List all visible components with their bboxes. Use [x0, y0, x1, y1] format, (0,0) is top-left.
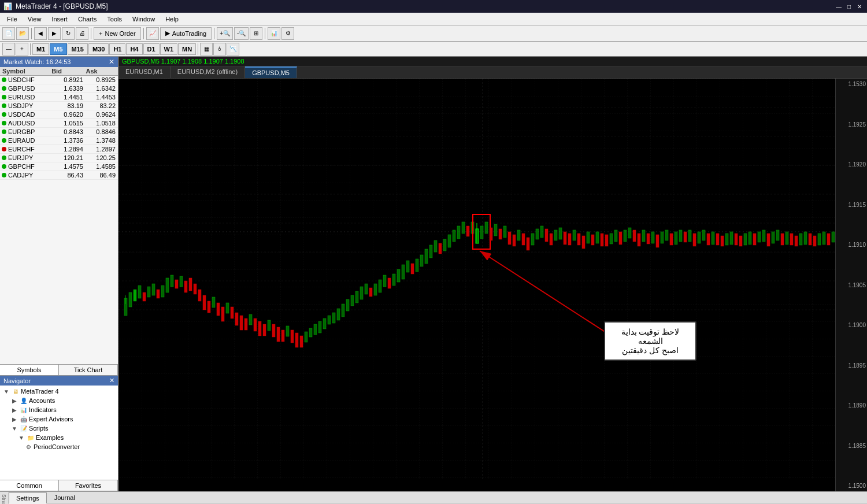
svg-rect-138 — [698, 232, 701, 243]
period-m30[interactable]: M30 — [88, 43, 109, 55]
bid-price: 120.21 — [53, 154, 86, 161]
nav-item-accounts[interactable]: ▶ 👤 Accounts — [1, 396, 117, 405]
open-btn[interactable]: 📂 — [16, 27, 29, 40]
zoom-fit-btn[interactable]: ⊞ — [250, 27, 262, 40]
navigator-tabs: Common Favorites — [0, 480, 118, 491]
list-item[interactable]: EURUSD 1.4451 1.4453 — [0, 93, 118, 102]
navigator-title: Navigator — [3, 377, 31, 384]
period-m1[interactable]: M1 — [32, 43, 49, 55]
navigator-close[interactable]: ✕ — [109, 377, 114, 384]
chart-main-area[interactable]: 1.1530 1.1925 1.1920 1.1915 1.1910 1.190… — [118, 79, 867, 491]
expand-icon: ▶ — [10, 415, 18, 423]
chart-type-line[interactable]: 📉 — [227, 43, 239, 55]
menu-charts[interactable]: Charts — [73, 14, 101, 24]
app-icon: 📊 — [3, 2, 12, 10]
list-item[interactable]: CADJPY 86.43 86.49 — [0, 171, 118, 180]
nav-item-examples[interactable]: ▼ 📁 Examples — [1, 433, 117, 442]
svg-rect-129 — [656, 235, 659, 247]
price-level: 1.1910 — [837, 242, 866, 248]
ea-icon: 🤖 — [20, 415, 28, 423]
annotation-line2: اصبح كل دقيقتين — [612, 346, 688, 355]
list-item[interactable]: EURJPY 120.21 120.25 — [0, 154, 118, 162]
accounts-icon: 👤 — [20, 396, 28, 405]
ask-price: 1.4585 — [86, 163, 118, 170]
menu-window[interactable]: Window — [128, 14, 160, 24]
zoom-out-btn[interactable]: -🔍 — [234, 27, 249, 40]
nav-item-indicators[interactable]: ▶ 📊 Indicators — [1, 405, 117, 414]
nav-scripts-label: Scripts — [29, 425, 49, 432]
tab-tick-chart[interactable]: Tick Chart — [59, 365, 118, 375]
new-btn[interactable]: 📄 — [2, 27, 15, 40]
list-item[interactable]: EURCHF 1.2894 1.2897 — [0, 145, 118, 154]
autotrading-button[interactable]: ▶ AutoTrading — [160, 27, 212, 40]
svg-rect-165 — [822, 232, 825, 244]
menu-file[interactable]: File — [2, 14, 22, 24]
navigator-body: ▼ 🖥 MetaTrader 4 ▶ 👤 Accounts ▶ 📊 Indica… — [0, 386, 118, 480]
refresh-btn[interactable]: ↻ — [62, 27, 75, 40]
svg-rect-47 — [286, 326, 289, 336]
chart-type-bar[interactable]: ▦ — [200, 43, 213, 55]
svg-rect-94 — [494, 224, 497, 236]
tab-settings[interactable]: Settings — [9, 492, 47, 503]
nav-item-period-converter[interactable]: ⚙ PeriodConverter — [1, 442, 117, 451]
chart-type-candle[interactable]: 🕯 — [213, 43, 226, 55]
nav-item-scripts[interactable]: ▼ 📝 Scripts — [1, 424, 117, 433]
crosshair-tool[interactable]: + — [16, 43, 28, 55]
menu-view[interactable]: View — [23, 14, 46, 24]
annotation-line1: لاحظ توقيت بداية الشمعه — [612, 327, 688, 346]
svg-rect-20 — [161, 286, 164, 297]
menu-help[interactable]: Help — [161, 14, 183, 24]
market-watch-close[interactable]: ✕ — [109, 58, 114, 66]
list-item[interactable]: USDJPY 83.19 83.22 — [0, 102, 118, 110]
chart-line-btn[interactable]: 📈 — [146, 27, 159, 40]
indicator-btn[interactable]: 📊 — [268, 27, 280, 40]
tab-gbpusd-m5[interactable]: GBPUSD,M5 — [245, 66, 297, 78]
svg-rect-69 — [388, 278, 391, 288]
nav-item-metatrader4[interactable]: ▼ 🖥 MetaTrader 4 — [1, 387, 117, 396]
tab-common[interactable]: Common — [0, 480, 59, 491]
list-item[interactable]: USDCAD 0.9620 0.9624 — [0, 110, 118, 119]
menu-insert[interactable]: Insert — [47, 14, 72, 24]
symbol-name: EURUSD — [8, 94, 53, 101]
period-m15[interactable]: M15 — [68, 43, 88, 55]
zoom-in-btn[interactable]: +🔍 — [217, 27, 233, 40]
tab-eurusd-m1[interactable]: EURUSD,M1 — [118, 66, 171, 78]
list-item[interactable]: EURGBP 0.8843 0.8846 — [0, 128, 118, 136]
tab-symbols[interactable]: Symbols — [0, 365, 59, 375]
window-title: MetaTrader 4 - [GBPUSD,M5] — [16, 2, 108, 10]
period-d1[interactable]: D1 — [143, 43, 160, 55]
line-tool[interactable]: — — [2, 43, 15, 55]
settings-btn[interactable]: ⚙ — [281, 27, 294, 40]
close-button[interactable]: ✕ — [855, 2, 864, 10]
svg-rect-147 — [739, 236, 742, 246]
menu-tools[interactable]: Tools — [102, 14, 127, 24]
svg-rect-145 — [730, 232, 733, 244]
list-item[interactable]: GBPUSD 1.6339 1.6342 — [0, 84, 118, 93]
maximize-button[interactable]: □ — [845, 2, 853, 10]
symbol-name: USDJPY — [8, 102, 53, 109]
tab-journal[interactable]: Journal — [47, 492, 83, 503]
list-item[interactable]: AUDUSD 1.0515 1.0518 — [0, 119, 118, 128]
svg-rect-117 — [601, 234, 603, 246]
minimize-button[interactable]: — — [835, 2, 843, 10]
period-w1[interactable]: W1 — [160, 43, 178, 55]
new-order-button[interactable]: + New Order — [94, 27, 141, 40]
forward-btn[interactable]: ▶ — [48, 27, 61, 40]
script-icon: ⚙ — [24, 443, 32, 451]
period-m5[interactable]: M5 — [50, 43, 66, 55]
bid-price: 86.43 — [53, 172, 86, 179]
list-item[interactable]: GBPCHF 1.4575 1.4585 — [0, 162, 118, 171]
period-h4[interactable]: H4 — [126, 43, 142, 55]
back-btn[interactable]: ◀ — [34, 27, 47, 40]
period-mn[interactable]: MN — [178, 43, 196, 55]
svg-rect-143 — [721, 236, 724, 246]
list-item[interactable]: USDCHF 0.8921 0.8925 — [0, 76, 118, 84]
tab-eurusd-m2[interactable]: EURUSD,M2 (offline) — [171, 66, 245, 78]
print-btn[interactable]: 🖨 — [76, 27, 88, 40]
tab-favorites[interactable]: Favorites — [59, 480, 118, 491]
svg-rect-140 — [707, 234, 710, 245]
period-h1[interactable]: H1 — [109, 43, 125, 55]
list-item[interactable]: EURAUD 1.3736 1.3748 — [0, 136, 118, 145]
svg-rect-162 — [809, 234, 812, 245]
nav-item-expert-advisors[interactable]: ▶ 🤖 Expert Advisors — [1, 414, 117, 424]
